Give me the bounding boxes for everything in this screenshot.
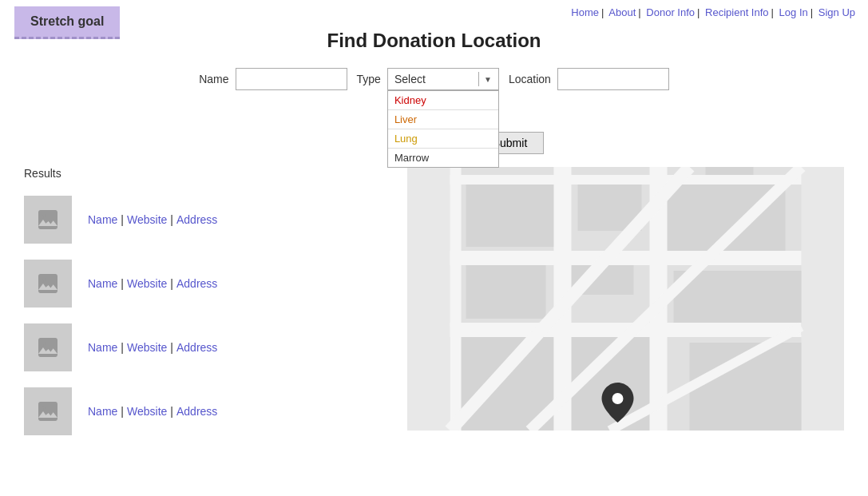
location-input[interactable] (557, 68, 669, 90)
submit-row: Submit (152, 106, 868, 154)
image-placeholder-icon-4 (35, 399, 61, 424)
svg-point-1 (42, 278, 46, 281)
dropdown-option-kidney[interactable]: Kidney (388, 91, 498, 110)
nav-signup[interactable]: Sign Up (818, 6, 855, 18)
svg-point-0 (42, 214, 46, 217)
dropdown-option-liver[interactable]: Liver (388, 110, 498, 129)
results-panel: Results Name|Website|Address Name|Webs (24, 167, 391, 451)
result-website-4[interactable]: Website (127, 405, 167, 418)
result-item-4: Name|Website|Address (24, 387, 391, 435)
nav-sep-1: | (601, 6, 604, 18)
main-content: Results Name|Website|Address Name|Webs (0, 167, 868, 451)
result-thumbnail-4 (24, 387, 72, 435)
type-select-button[interactable]: Select ▼ (387, 68, 499, 90)
result-thumbnail-1 (24, 196, 72, 244)
nav-bar: Home| About| Donor Info| Recipient Info|… (0, 0, 868, 22)
result-links-1: Name|Website|Address (88, 213, 217, 226)
svg-point-25 (612, 393, 624, 404)
image-placeholder-icon-1 (35, 207, 61, 232)
type-dropdown-area: Select ▼ Kidney Liver Lung Marrow (387, 68, 499, 90)
name-group: Name (199, 68, 347, 90)
type-label: Type (357, 73, 381, 85)
stretch-goal-badge: Stretch goal (14, 6, 120, 39)
dropdown-option-lung[interactable]: Lung (388, 129, 498, 149)
nav-sep-5: | (811, 6, 813, 18)
type-dropdown-list: Kidney Liver Lung Marrow (387, 90, 499, 168)
svg-point-3 (42, 406, 46, 409)
svg-rect-21 (450, 167, 462, 431)
select-placeholder: Select (394, 73, 426, 85)
result-thumbnail-3 (24, 323, 72, 371)
svg-point-2 (42, 342, 46, 345)
nav-sep-4: | (771, 6, 774, 18)
result-address-4[interactable]: Address (176, 405, 217, 418)
result-website-2[interactable]: Website (127, 277, 167, 290)
nav-about[interactable]: About (608, 6, 636, 18)
name-input[interactable] (236, 68, 347, 90)
type-group: Type Select ▼ Kidney Liver Lung Marrow (357, 68, 499, 90)
result-thumbnail-2 (24, 260, 72, 308)
map-panel (407, 167, 844, 431)
result-name-3[interactable]: Name (88, 341, 117, 354)
nav-login[interactable]: Log In (779, 6, 808, 18)
result-address-1[interactable]: Address (176, 213, 217, 226)
result-name-4[interactable]: Name (88, 405, 117, 418)
result-links-3: Name|Website|Address (88, 341, 217, 354)
result-item-1: Name|Website|Address (24, 196, 391, 244)
result-address-2[interactable]: Address (176, 277, 217, 290)
result-item-2: Name|Website|Address (24, 260, 391, 308)
dropdown-arrow-icon: ▼ (478, 72, 492, 86)
svg-rect-18 (450, 175, 802, 185)
result-website-3[interactable]: Website (127, 341, 167, 354)
result-website-1[interactable]: Website (127, 213, 167, 226)
nav-sep-3: | (697, 6, 700, 18)
result-name-2[interactable]: Name (88, 277, 117, 290)
page-title: Find Donation Location (0, 30, 868, 52)
svg-rect-6 (466, 183, 562, 247)
location-label: Location (509, 73, 551, 85)
svg-rect-10 (466, 263, 546, 319)
result-item-3: Name|Website|Address (24, 323, 391, 371)
nav-donor-info[interactable]: Donor Info (646, 6, 695, 18)
search-form: Name Type Select ▼ Kidney Liver Lung Mar… (0, 68, 868, 90)
name-label: Name (199, 73, 228, 85)
svg-rect-16 (450, 251, 802, 265)
result-links-4: Name|Website|Address (88, 405, 217, 418)
map-svg (407, 167, 844, 431)
nav-recipient-info[interactable]: Recipient Info (705, 6, 769, 18)
image-placeholder-icon-2 (35, 271, 61, 296)
result-name-1[interactable]: Name (88, 213, 117, 226)
image-placeholder-icon-3 (35, 335, 61, 360)
location-group: Location (509, 68, 669, 90)
nav-home[interactable]: Home (571, 6, 599, 18)
stretch-goal-label: Stretch goal (30, 14, 104, 28)
dropdown-option-marrow[interactable]: Marrow (388, 149, 498, 167)
result-address-3[interactable]: Address (176, 341, 217, 354)
results-label: Results (24, 167, 391, 180)
result-links-2: Name|Website|Address (88, 277, 217, 290)
nav-sep-2: | (638, 6, 640, 18)
